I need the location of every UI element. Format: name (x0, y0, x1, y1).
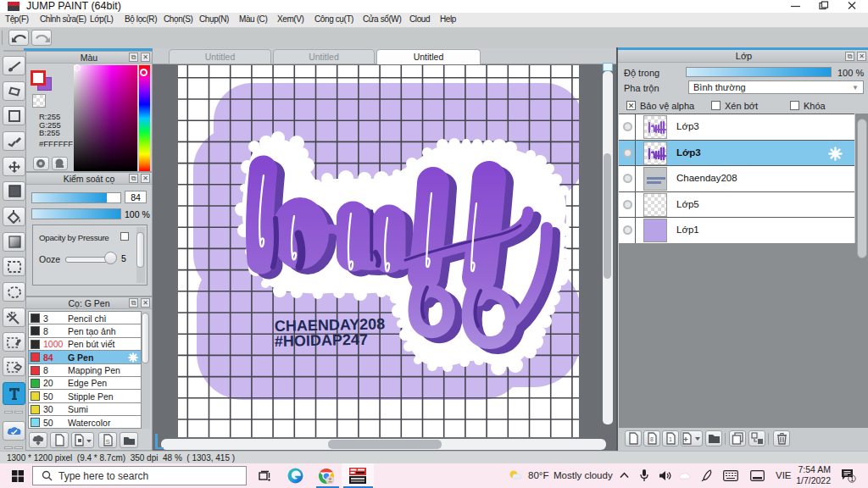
svg-text:1: 1 (669, 436, 672, 442)
svg-text:S: S (105, 438, 109, 446)
svg-text:8: 8 (650, 436, 654, 442)
svg-text:1: 1 (850, 475, 854, 483)
svg-text:#HOIDAP247: #HOIDAP247 (275, 331, 368, 350)
